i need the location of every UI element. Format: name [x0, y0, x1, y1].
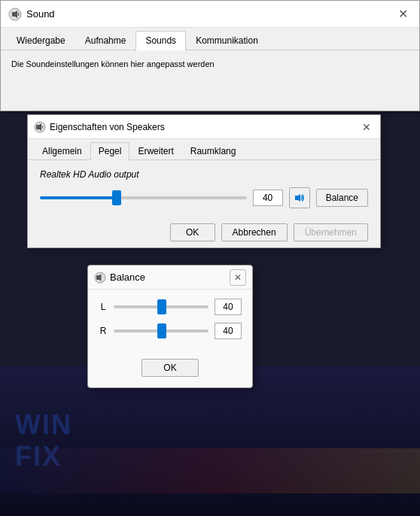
svg-marker-4 [295, 194, 300, 202]
balance-button[interactable]: Balance [316, 189, 368, 207]
left-slider-thumb[interactable] [157, 299, 166, 314]
speaker-icon [294, 192, 306, 204]
slider-fill [40, 196, 117, 199]
speakers-tab-raumklang[interactable]: Raumklang [182, 142, 245, 159]
tab-aufnahme[interactable]: Aufnahme [75, 31, 136, 50]
mute-button[interactable] [289, 187, 310, 208]
volume-value: 40 [253, 190, 283, 206]
sound-content: Die Soundeinstellungen können hier angep… [1, 50, 419, 111]
volume-slider-container[interactable] [40, 190, 247, 206]
balance-footer: OK [88, 356, 252, 387]
sound-window: Sound ✕ Wiedergabe Aufnahme Sounds Kommu… [0, 0, 420, 111]
sound-close-button[interactable]: ✕ [394, 5, 412, 23]
speakers-tab-erweitert[interactable]: Erweitert [129, 142, 181, 159]
balance-dialog: Balance ✕ L 40 R [87, 265, 253, 388]
left-channel-row: L 40 [99, 299, 242, 315]
speakers-tab-pegel[interactable]: Pegel [90, 142, 130, 160]
speakers-icon [34, 121, 46, 133]
sound-title-left: Sound [8, 8, 55, 21]
speakers-footer: OK Abbrechen Übernehmen [28, 217, 380, 247]
speakers-dialog: Eigenschaften von Speakers ✕ Allgemein P… [27, 114, 381, 248]
left-slider-container[interactable] [114, 299, 208, 315]
speakers-close-button[interactable]: ✕ [359, 120, 374, 135]
apply-speakers-button[interactable]: Übernehmen [294, 223, 368, 241]
right-label: R [99, 326, 108, 336]
speakers-title-left: Eigenschaften von Speakers [34, 121, 165, 133]
bg-decoration [0, 448, 420, 493]
sound-window-title: Sound [26, 8, 55, 20]
right-value: 40 [215, 323, 242, 339]
left-label: L [99, 302, 108, 312]
balance-icon [94, 272, 106, 284]
balance-titlebar: Balance ✕ [88, 266, 252, 290]
sound-icon [8, 8, 22, 21]
background-content: WINFIX [0, 366, 420, 516]
balance-title-left: Balance [94, 272, 145, 284]
right-slider-thumb[interactable] [157, 323, 166, 338]
tab-wiedergabe[interactable]: Wiedergabe [7, 31, 75, 50]
slider-track [40, 196, 247, 199]
speakers-tabs: Allgemein Pegel Erweitert Raumklang [28, 139, 380, 160]
balance-close-button[interactable]: ✕ [230, 269, 246, 286]
sound-titlebar: Sound ✕ [1, 1, 419, 28]
sound-tabs-bar: Wiedergabe Aufnahme Sounds Kommunikation [1, 28, 419, 50]
speakers-titlebar: Eigenschaften von Speakers ✕ [28, 115, 380, 139]
balance-content: L 40 R 40 [88, 290, 252, 356]
balance-ok-button[interactable]: OK [142, 359, 198, 377]
slider-thumb[interactable] [112, 190, 121, 205]
right-channel-row: R 40 [99, 323, 242, 339]
ok-speakers-button[interactable]: OK [170, 223, 215, 241]
right-slider-container[interactable] [114, 323, 208, 339]
sound-description: Die Soundeinstellungen können hier angep… [7, 56, 413, 71]
left-value: 40 [215, 299, 242, 315]
device-label: Realtek HD Audio output [40, 169, 368, 180]
cancel-speakers-button[interactable]: Abbrechen [221, 223, 288, 241]
tab-sounds[interactable]: Sounds [135, 31, 186, 50]
speakers-dialog-title: Eigenschaften von Speakers [50, 122, 165, 132]
speakers-content: Realtek HD Audio output 40 [28, 160, 380, 217]
tab-kommunikation[interactable]: Kommunikation [186, 31, 268, 50]
balance-dialog-title: Balance [110, 272, 145, 283]
speakers-tab-allgemein[interactable]: Allgemein [34, 142, 90, 159]
volume-row: 40 Balance [40, 187, 368, 208]
